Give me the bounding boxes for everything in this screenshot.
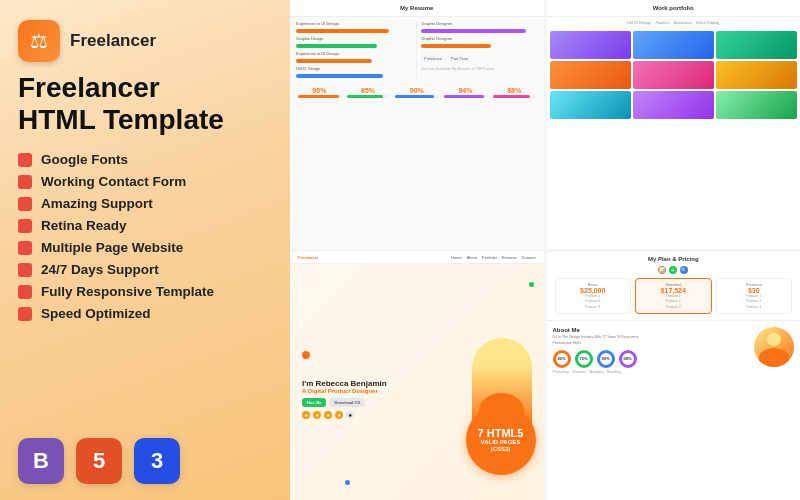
valid-pages-badge: 7 HTML5 VALID PAGES (CSS3) bbox=[466, 405, 536, 475]
features-list: Google FontsWorking Contact FormAmazing … bbox=[18, 152, 272, 321]
main-title: Freelancer HTML Template bbox=[18, 72, 272, 136]
feature-item: Fully Responsive Template bbox=[18, 284, 272, 299]
pricing-section: My Plan & Pricing 📊 ✈ 🔍 Basic $25,000 Fe… bbox=[547, 252, 801, 319]
bullet-icon bbox=[18, 219, 32, 233]
logo-row: ⚖ Freelancer bbox=[18, 20, 272, 62]
feature-label: Multiple Page Website bbox=[41, 240, 183, 255]
about-section: About Me Go In The Design Industry With … bbox=[547, 323, 801, 378]
hero-nav: Freelancer Home About Portfolio Resume C… bbox=[290, 252, 544, 264]
about-title: About Me bbox=[553, 327, 751, 333]
pricing-screen: My Plan & Pricing 📊 ✈ 🔍 Basic $25,000 Fe… bbox=[547, 252, 801, 501]
portfolio-header: Work portfolio bbox=[547, 0, 801, 17]
pricing-standard: Standard $17,524 Feature 1Feature 2Featu… bbox=[635, 278, 712, 315]
resume-header: My Resume bbox=[290, 0, 544, 17]
feature-label: Amazing Support bbox=[41, 196, 153, 211]
feature-item: Multiple Page Website bbox=[18, 240, 272, 255]
feature-label: Google Fonts bbox=[41, 152, 128, 167]
bullet-icon bbox=[18, 263, 32, 277]
tech-badges: B 5 3 bbox=[18, 438, 272, 484]
bullet-icon bbox=[18, 241, 32, 255]
portfolio-screen: Work portfolio UI/UX DesignFashionIllust… bbox=[547, 0, 801, 249]
right-panel: My Resume Experience in UI Design Graphi… bbox=[290, 0, 800, 500]
pricing-basic: Basic $25,000 Feature 1Feature 2Feature … bbox=[555, 278, 632, 315]
left-panel: ⚖ Freelancer Freelancer HTML Template Go… bbox=[0, 0, 290, 500]
bullet-icon bbox=[18, 175, 32, 189]
about-person bbox=[754, 327, 794, 367]
preview-portfolio: Work portfolio UI/UX DesignFashionIllust… bbox=[547, 0, 801, 249]
bullet-icon bbox=[18, 285, 32, 299]
hero-buttons: Hire Me Download CV bbox=[302, 398, 464, 407]
bootstrap-badge: B bbox=[18, 438, 64, 484]
hero-name: I'm Rebecca Benjamin bbox=[302, 379, 464, 388]
feature-item: Working Contact Form bbox=[18, 174, 272, 189]
feature-item: Retina Ready bbox=[18, 218, 272, 233]
hero-text: I'm Rebecca Benjamin A Digital Product D… bbox=[302, 333, 464, 419]
bullet-icon bbox=[18, 197, 32, 211]
feature-item: Amazing Support bbox=[18, 196, 272, 211]
brand-name: Freelancer bbox=[70, 31, 156, 51]
html5-badge: 5 bbox=[76, 438, 122, 484]
feature-item: 24/7 Days Support bbox=[18, 262, 272, 277]
scale-icon: ⚖ bbox=[30, 29, 48, 53]
feature-label: Speed Optimized bbox=[41, 306, 151, 321]
bullet-icon bbox=[18, 307, 32, 321]
resume-screen: My Resume Experience in UI Design Graphi… bbox=[290, 0, 544, 249]
css3-badge: 3 bbox=[134, 438, 180, 484]
feature-label: 24/7 Days Support bbox=[41, 262, 159, 277]
pricing-premium: Premium $30 Feature 1Feature 2Feature 3 bbox=[716, 278, 793, 315]
preview-pricing: My Plan & Pricing 📊 ✈ 🔍 Basic $25,000 Fe… bbox=[547, 252, 801, 501]
hero-sub: A Digital Product Designer bbox=[302, 388, 464, 394]
feature-item: Google Fonts bbox=[18, 152, 272, 167]
pricing-title: My Plan & Pricing bbox=[555, 256, 793, 262]
feature-label: Fully Responsive Template bbox=[41, 284, 214, 299]
feature-label: Retina Ready bbox=[41, 218, 127, 233]
preview-resume: My Resume Experience in UI Design Graphi… bbox=[290, 0, 544, 249]
feature-label: Working Contact Form bbox=[41, 174, 186, 189]
bullet-icon bbox=[18, 153, 32, 167]
logo-icon: ⚖ bbox=[18, 20, 60, 62]
preview-hero: Freelancer Home About Portfolio Resume C… bbox=[290, 252, 544, 501]
feature-item: Speed Optimized bbox=[18, 306, 272, 321]
